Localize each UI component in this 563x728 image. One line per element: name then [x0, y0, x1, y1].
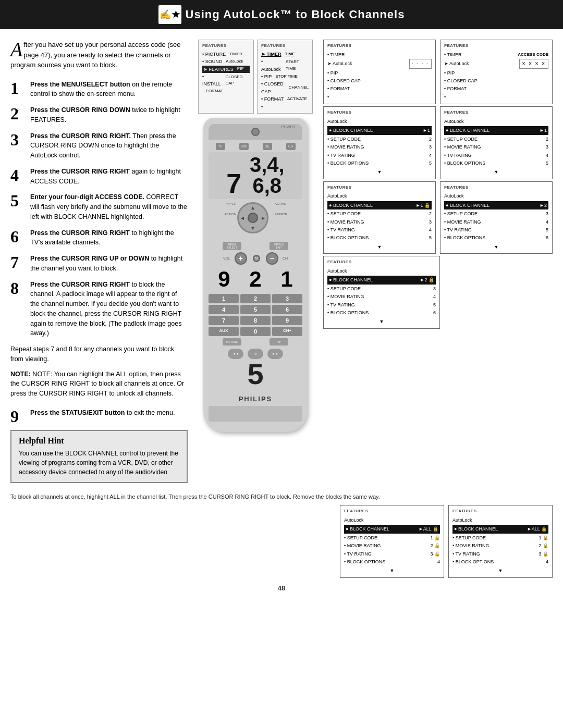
bottom-panel-2-block: ● BLOCK CHANNEL►ALL 🔒 — [452, 525, 548, 533]
step-4-text: Press the CURSOR RING RIGHT again to hig… — [30, 167, 188, 187]
key-9[interactable]: 9 — [272, 316, 302, 325]
bottom-spacer — [10, 505, 336, 578]
key-8[interactable]: 8 — [240, 316, 271, 325]
remote-screen-placeholder — [209, 406, 302, 422]
step-9-num: 9 — [10, 408, 25, 425]
panels-row-4: Features AutoLock ● BLOCK CHANNEL►2 🔒 • … — [323, 256, 553, 329]
step-1-text: Press the MENU/SELECT button on the remo… — [30, 80, 188, 100]
step-6-text: Press the CURSOR RING RIGHT to highlight… — [30, 228, 188, 248]
key-6[interactable]: 6 — [272, 305, 302, 314]
menu-diag1-item3: ➤ FEATURESPIP — [202, 66, 250, 73]
aux-btn[interactable]: AUX — [286, 143, 296, 150]
bottom-note: To block all channels at once, highlight… — [0, 488, 563, 505]
cursor-side-label-3: ACTIVE — [275, 202, 289, 205]
key-0[interactable]: 0 — [240, 327, 271, 336]
cursor-center-button[interactable] — [248, 213, 258, 223]
panel-4b-empty — [444, 256, 553, 329]
status-exit-btn[interactable]: STATUSEXIT — [270, 242, 288, 250]
top-menu-diagrams: Features • PICTURETIMER • SOUNDAutoLock … — [198, 40, 313, 114]
panel-2a-arrow: ▼ — [327, 168, 432, 176]
hint-text: You can use the BLOCK CHANNEL control to… — [19, 449, 179, 477]
menu-diag1-title: Features — [202, 43, 250, 50]
panel-2b-block-ch: ● BLOCK CHANNEL►1 — [444, 126, 548, 134]
remote-display-area: 7 3,4,6,8 — [209, 152, 302, 199]
oval-btn-1[interactable]: ◄◄ — [228, 349, 243, 359]
big-5-number: 5 — [209, 357, 302, 391]
step-9-bold: Press the STATUS/EXIT button — [30, 409, 125, 416]
key-1[interactable]: 1 — [209, 294, 239, 303]
right-column: Features • TIMER ➤ AutoLock - - - - • PI… — [323, 40, 553, 483]
key-4[interactable]: 4 — [209, 305, 239, 314]
menu-diag2-item2: • AutoLockSTART TIME — [261, 58, 309, 73]
menu-diag2-item4: • CLOSED CAPCHANNEL — [261, 80, 309, 95]
menu-diag2-item3: • PIPSTOP TIME — [261, 73, 309, 80]
key-3[interactable]: 3 — [272, 294, 302, 303]
step-6: 6 Press the CURSOR RING RIGHT to highlig… — [10, 228, 188, 248]
step-5-num: 5 — [10, 192, 25, 209]
step-1-bold: Press the MENU/SELECT button — [30, 81, 130, 88]
remote-top-btns: TV VCR CBL AUX — [209, 143, 302, 150]
oval-btn-3[interactable]: ►► — [267, 349, 283, 359]
bottom-panels: Features AutoLock ● BLOCK CHANNEL►ALL 🔒 … — [0, 505, 563, 581]
fp-pip-row: • PIP — [327, 69, 432, 77]
panel-2b-setup: • SETUP CODE2 — [444, 135, 548, 143]
step-3: 3 Press the CURSOR RING RIGHT. Then pres… — [10, 131, 188, 161]
step-9: 9 Press the STATUS/EXIT button to exit t… — [10, 408, 188, 425]
logo-area: ✍★ — [158, 5, 181, 24]
panel-block-ch2: Features AutoLock ● BLOCK CHANNEL►2 • SE… — [440, 181, 553, 254]
vol-up-btn[interactable]: + — [235, 252, 247, 265]
mute-icon: M — [253, 255, 260, 262]
power-button[interactable] — [251, 128, 260, 136]
cursor-side-label-1: PIP CH — [222, 202, 236, 205]
bottom-panel-1-movie: • MOVIE RATING2 🔒 — [344, 542, 440, 549]
tv-btn[interactable]: TV — [216, 143, 225, 150]
bottom-panel-2-title: Features — [452, 508, 548, 515]
key-aux[interactable]: AUX — [209, 327, 239, 336]
bottom-panel-2: Features AutoLock ● BLOCK CHANNEL►ALL 🔒 … — [448, 505, 553, 578]
page-number: 48 — [0, 581, 563, 595]
vol-area: VOL + M − CH — [209, 252, 302, 265]
remote-mid-btns: MENUSELECT STATUSEXIT — [209, 242, 302, 250]
pip-btn[interactable]: PIP — [270, 338, 288, 346]
bottom-panel-1-title: Features — [344, 508, 440, 515]
cursor-right-arrow: ► — [261, 215, 266, 220]
key-2[interactable]: 2 — [240, 294, 271, 303]
mute-btn[interactable]: M — [251, 255, 262, 262]
fp-access-code-label: • TIMERACCESS CODE — [444, 51, 548, 58]
panel-3b-title: Features — [444, 184, 548, 191]
cursor-side-label-4: FREEZE — [275, 213, 289, 216]
menu-diag2-item1: ➤ TIMERTIME — [261, 51, 309, 58]
fp-autolock-row: ➤ AutoLock - - - - — [327, 59, 432, 68]
keypad: 1 2 3 4 5 6 7 8 9 AUX 0 CH+ — [209, 294, 302, 336]
key-7[interactable]: 7 — [209, 316, 239, 325]
panel-block-ch-1: Features AutoLock ● BLOCK CHANNEL►1 • SE… — [323, 106, 436, 179]
cursor-down-arrow: ▼ — [250, 225, 255, 231]
cable-btn[interactable]: CBL — [263, 143, 272, 150]
num-1-remote: 1 — [280, 267, 292, 292]
remote-top: POWER — [209, 124, 302, 140]
panel-3a-title: Features — [327, 184, 432, 191]
num-34-68: 3,4,6,8 — [250, 154, 285, 196]
cursor-ring[interactable]: ▲ ▼ ◄ ► — [237, 202, 268, 233]
page-header: ✍★ Using AutoLock™ to Block Channels — [0, 0, 563, 29]
key-5[interactable]: 5 — [240, 305, 271, 314]
cursor-ring-area: ▲ ▼ ◄ ► PIP CH ACTION ACTIVE FREEZE — [209, 202, 302, 239]
fp-pip-1b: • PIP — [444, 69, 548, 77]
panel-3b-setup: • SETUP CODE3 — [444, 210, 548, 217]
key-chplus[interactable]: CH+ — [272, 327, 302, 336]
panel-timer-xxxx: Features • TIMERACCESS CODE ➤ AutoLock X… — [440, 40, 553, 104]
panel-3a-options: • BLOCK OPTIONS5 — [327, 234, 432, 241]
step-2-bold: Press the CURSOR RING DOWN — [30, 106, 130, 114]
step-5-text: Enter your four-digit ACCESS CODE. CORRE… — [30, 192, 188, 221]
logo-box: ✍★ — [158, 5, 181, 24]
left-column: A fter you have set up your personal acc… — [10, 40, 188, 483]
menu-select-btn[interactable]: MENUSELECT — [223, 242, 241, 250]
helpful-hint-box: Helpful Hint You can use the BLOCK CHANN… — [10, 430, 188, 483]
bottom-panel-2-movie: • MOVIE RATING2 🔒 — [452, 542, 548, 549]
vol-down-btn[interactable]: − — [266, 252, 278, 265]
step-2: 2 Press the CURSOR RING DOWN twice to hi… — [10, 105, 188, 125]
bottom-panel-1-options: • BLOCK OPTIONS4 — [344, 558, 440, 565]
vcr-btn[interactable]: VCR — [239, 143, 249, 150]
step-7-num: 7 — [10, 254, 25, 270]
picture-btn[interactable]: PICTURE — [223, 338, 241, 346]
